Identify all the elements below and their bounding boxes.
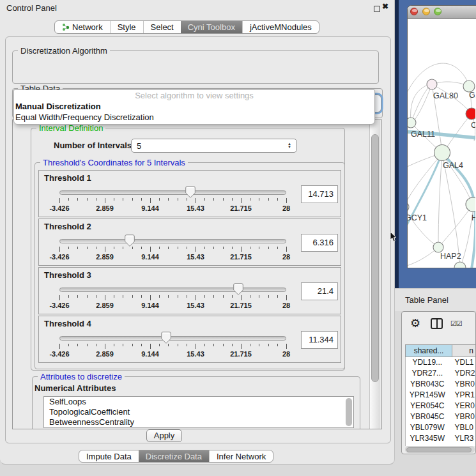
settings-scrollbar-track[interactable] xyxy=(369,120,380,429)
slider-track[interactable] xyxy=(59,288,286,292)
network-edge[interactable] xyxy=(408,153,442,207)
table-row[interactable]: YBR045CYBR0 xyxy=(406,411,476,422)
network-node-hap2[interactable] xyxy=(433,242,443,252)
slider-track[interactable] xyxy=(59,336,286,341)
network-canvas[interactable]: GAL80GACGAL11GAL4GCY1HHAP2 xyxy=(408,20,475,268)
network-icon xyxy=(62,23,70,31)
slider-track[interactable] xyxy=(59,239,286,243)
tab-select[interactable]: Select xyxy=(143,21,181,33)
table-row[interactable]: YLR345WYLR3 xyxy=(406,433,476,444)
table-row[interactable]: YPR145WYPR1 xyxy=(406,390,476,401)
cell-name[interactable]: YER0 xyxy=(449,401,476,411)
minor-tick xyxy=(159,344,160,346)
attribute-item-betweennesscentrality[interactable]: BetweennessCentrality xyxy=(44,417,353,427)
tab-label: jActiveMNodules xyxy=(250,22,312,32)
attribute-item-topologicalcoefficient[interactable]: TopologicalCoefficient xyxy=(44,407,353,417)
table-row[interactable]: YBR043CYBR0 xyxy=(406,379,476,390)
minor-tick xyxy=(96,295,96,298)
network-node[interactable] xyxy=(454,262,466,268)
threshold-value-field[interactable]: 14.713 xyxy=(301,185,338,203)
network-edge[interactable] xyxy=(438,153,442,247)
bottom-tab-infer-network[interactable]: Infer Network xyxy=(209,450,273,462)
network-node-gal11[interactable] xyxy=(408,118,416,128)
bottom-tab-discretize-data[interactable]: Discretize Data xyxy=(139,450,209,462)
table-row[interactable]: YER054CYER0 xyxy=(406,401,476,411)
dropdown-item-manual-discretization[interactable]: Manual Discretization xyxy=(14,101,374,112)
cell-name[interactable]: YBR0 xyxy=(449,379,476,390)
slider-thumb[interactable] xyxy=(185,186,196,198)
tab-network[interactable]: Network xyxy=(55,21,110,33)
numerical-attributes-list[interactable]: SelfLoopsTopologicalCoefficientBetweenne… xyxy=(43,396,354,428)
network-edge[interactable] xyxy=(414,85,432,121)
network-edge[interactable] xyxy=(411,84,432,123)
cell-shared-name[interactable]: YBL079W xyxy=(406,422,449,433)
slider-thumb[interactable] xyxy=(233,283,243,295)
network-node-gal80[interactable] xyxy=(427,79,437,89)
network-window-titlebar[interactable] xyxy=(408,6,476,19)
tick-label: 15.43 xyxy=(176,204,215,212)
mac-minimize-icon[interactable] xyxy=(422,8,430,15)
threshold-label: Threshold 1 xyxy=(44,173,91,183)
attributes-list-scrollbar[interactable] xyxy=(346,398,352,426)
dropdown-item-equal-width-frequency-discretization[interactable]: Equal Width/Frequency Discretization xyxy=(14,112,374,123)
minor-tick xyxy=(178,344,178,346)
network-edge[interactable] xyxy=(438,206,472,247)
cell-shared-name[interactable]: YLR345W xyxy=(406,433,449,444)
cell-shared-name[interactable]: YDL19... xyxy=(406,357,449,368)
table-row[interactable]: YDL19...YDL1 xyxy=(406,357,476,368)
cell-shared-name[interactable]: YBR045C xyxy=(406,411,449,422)
network-node-gal4[interactable] xyxy=(434,145,450,161)
column-header-n[interactable]: n xyxy=(452,344,476,357)
float-window-icon[interactable] xyxy=(374,6,380,12)
split-columns-icon[interactable] xyxy=(431,318,443,329)
mac-zoom-icon[interactable] xyxy=(434,8,441,15)
slider-track[interactable] xyxy=(59,190,286,195)
network-node-c[interactable] xyxy=(466,108,475,119)
gear-icon[interactable]: ⚙ xyxy=(410,316,420,330)
cell-shared-name[interactable]: YDR27... xyxy=(406,368,449,379)
cell-name[interactable]: YDL1 xyxy=(449,357,476,368)
threshold-value-field[interactable]: 21.4 xyxy=(301,282,338,300)
attribute-item-selfloops[interactable]: SelfLoops xyxy=(44,397,353,407)
apply-button[interactable]: Apply xyxy=(146,429,182,442)
tick-label: 2.859 xyxy=(86,204,124,212)
minor-tick xyxy=(159,247,160,249)
intervals-stepper-icon[interactable]: ▲▼ xyxy=(288,142,291,149)
threshold-value-field[interactable]: 11.344 xyxy=(301,331,338,349)
tick-label: 2.859 xyxy=(86,302,124,309)
threshold-value-field[interactable]: 6.316 xyxy=(301,234,338,252)
number-of-intervals-combobox[interactable]: 5 ▲▼ xyxy=(131,139,297,153)
minor-tick xyxy=(204,344,205,346)
slider-thumb[interactable] xyxy=(125,234,135,247)
cell-shared-name[interactable]: YBR043C xyxy=(406,379,449,390)
bottom-tab-impute-data[interactable]: Impute Data xyxy=(79,450,139,462)
network-edge[interactable] xyxy=(443,114,472,152)
cell-name[interactable]: YLR3 xyxy=(449,433,476,444)
table-row[interactable]: YBL079WYBL0 xyxy=(406,422,476,433)
cell-name[interactable]: YPR1 xyxy=(449,390,476,401)
threshold-panel-2: Threshold 2-3.4262.8599.14415.4321.71528… xyxy=(38,219,341,266)
network-node-gcy1[interactable] xyxy=(408,202,409,212)
cell-name[interactable]: YBR0 xyxy=(449,411,476,422)
table-hscrollbar-thumb[interactable] xyxy=(406,447,472,452)
mac-close-icon[interactable] xyxy=(410,8,418,15)
tab-cyni-toolbox[interactable]: Cyni Toolbox xyxy=(181,21,242,33)
cell-shared-name[interactable]: YER054C xyxy=(406,401,449,411)
network-node-h[interactable] xyxy=(466,197,475,211)
dropdown-placeholder-item[interactable]: Select algorithm to view settings xyxy=(14,90,374,101)
cell-name[interactable]: YDR2 xyxy=(449,368,476,379)
cell-name[interactable]: YBL0 xyxy=(449,422,476,433)
tab-style[interactable]: Style xyxy=(110,21,143,33)
network-edge[interactable] xyxy=(460,211,473,268)
cell-shared-name[interactable]: YPR145W xyxy=(406,390,449,401)
column-header-shared[interactable]: shared... xyxy=(405,344,452,357)
slider-thumb[interactable] xyxy=(161,332,171,344)
close-icon[interactable]: ✖ xyxy=(382,2,388,11)
tab-jactivemnodules[interactable]: jActiveMNodules xyxy=(242,21,319,33)
table-row[interactable]: YDR27...YDR2 xyxy=(406,368,476,379)
major-tick xyxy=(286,344,287,349)
settings-scrollbar-thumb[interactable] xyxy=(371,134,379,382)
checkbox-icons[interactable]: ☑☑ xyxy=(450,319,462,328)
network-node-label: HAP2 xyxy=(440,252,461,261)
table-hscrollbar[interactable] xyxy=(405,446,475,453)
